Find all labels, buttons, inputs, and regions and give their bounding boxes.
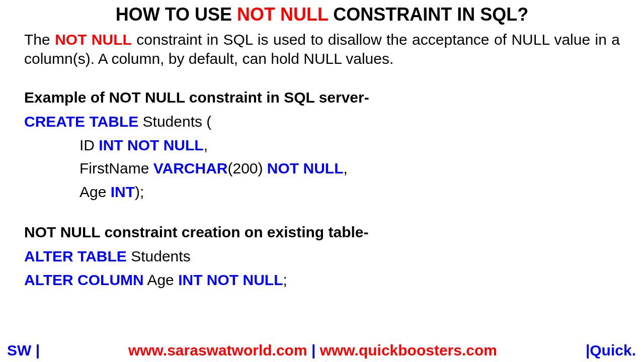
code-line: ID INT NOT NULL,	[24, 134, 620, 157]
intro-t1: The	[24, 31, 55, 48]
code-text: ,	[204, 137, 208, 153]
keyword-int-notnull: INT NOT NULL	[99, 137, 203, 153]
title-pre: HOW TO USE	[116, 4, 237, 25]
title-post: CONSTRAINT IN SQL?	[328, 4, 528, 25]
code-text: ID	[79, 137, 99, 153]
code-text: (200)	[227, 160, 267, 176]
section1-heading: Example of NOT NULL constraint in SQL se…	[24, 89, 620, 106]
footer-url2: www.quickboosters.com	[320, 342, 497, 358]
footer: SW | www.saraswatworld.com | www.quickbo…	[0, 342, 644, 359]
keyword-create-table: CREATE TABLE	[24, 113, 138, 130]
footer-mid: www.saraswatworld.com | www.quickbooster…	[128, 342, 497, 359]
document-body: HOW TO USE NOT NULL CONSTRAINT IN SQL? T…	[0, 0, 644, 292]
intro-paragraph: The NOT NULL constraint in SQL is used t…	[24, 30, 620, 68]
code-text: ;	[283, 272, 287, 288]
keyword-varchar: VARCHAR	[153, 160, 228, 176]
code-line: ALTER TABLE Students	[24, 245, 620, 268]
code-line: Age INT);	[24, 180, 620, 204]
keyword-int-notnull: INT NOT NULL	[178, 272, 283, 288]
code-line: ALTER COLUMN Age INT NOT NULL;	[24, 268, 620, 292]
code-line: FirstName VARCHAR(200) NOT NULL,	[24, 157, 620, 180]
footer-url1: www.saraswatworld.com	[128, 342, 307, 358]
keyword-int: INT	[111, 184, 135, 200]
footer-left: SW |	[7, 342, 40, 359]
keyword-alter-table: ALTER TABLE	[24, 248, 127, 264]
section2-heading: NOT NULL constraint creation on existing…	[24, 224, 620, 241]
footer-right: |Quick.	[586, 342, 636, 359]
code-text: Students (	[138, 113, 211, 130]
code-line: CREATE TABLE Students (	[24, 110, 620, 134]
title-highlight: NOT NULL	[237, 4, 328, 25]
code-text: );	[135, 184, 144, 200]
code-block-create: CREATE TABLE Students ( ID INT NOT NULL,…	[24, 110, 620, 204]
code-text: Students	[127, 248, 191, 264]
code-text: ,	[343, 160, 347, 176]
footer-sep: |	[307, 342, 320, 358]
keyword-alter-column: ALTER COLUMN	[24, 272, 144, 288]
code-text: Age	[79, 184, 111, 200]
code-text: Age	[144, 272, 178, 288]
page-title: HOW TO USE NOT NULL CONSTRAINT IN SQL?	[24, 4, 620, 25]
keyword-notnull: NOT NULL	[267, 160, 344, 176]
code-text: FirstName	[79, 160, 153, 176]
intro-highlight: NOT NULL	[55, 31, 132, 48]
code-block-alter: ALTER TABLE Students ALTER COLUMN Age IN…	[24, 245, 620, 292]
